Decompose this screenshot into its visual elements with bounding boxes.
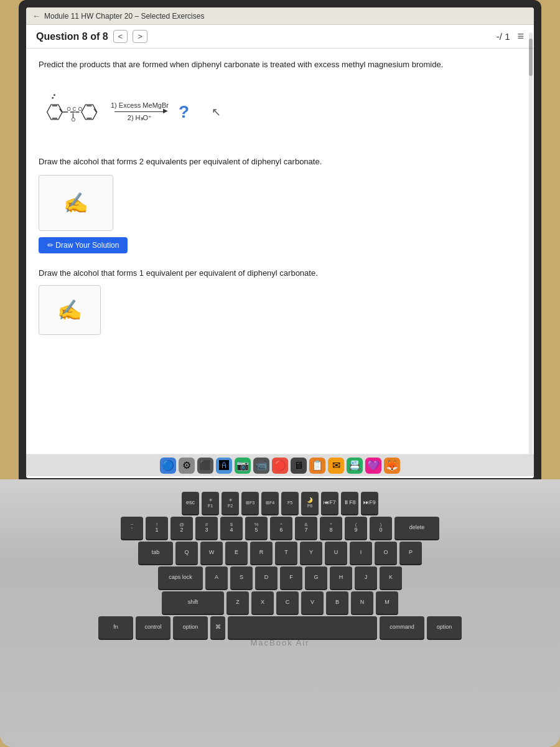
dock-icon-mail[interactable]: ✉: [328, 458, 344, 474]
key-capslock[interactable]: caps lock: [158, 566, 203, 589]
key-h[interactable]: H: [330, 566, 352, 589]
key-spacebar[interactable]: [228, 616, 377, 639]
menu-icon[interactable]: ≡: [517, 30, 524, 43]
key-p[interactable]: P: [399, 542, 422, 564]
key-1[interactable]: !1: [146, 517, 168, 539]
key-tilde[interactable]: ~`: [121, 517, 143, 539]
key-t[interactable]: T: [275, 542, 297, 564]
score-area: -/ 1 ≡: [497, 30, 524, 43]
key-k[interactable]: K: [380, 566, 402, 589]
key-n[interactable]: N: [351, 591, 373, 614]
dock-icon-apps[interactable]: ⬛: [197, 458, 213, 474]
key-z[interactable]: Z: [226, 591, 249, 614]
zxcv-row: shift Z X C V B N M: [37, 591, 523, 614]
svg-marker-12: [82, 105, 97, 120]
fn-row: esc ☀F1 ☀F2 ⊞F3 ⊞F4 F5 🌛F6 ⏮F7 ⏸F8 ⏭F9: [37, 492, 523, 514]
dock-icon-notes[interactable]: 📋: [309, 458, 325, 474]
key-x[interactable]: X: [251, 591, 274, 614]
scrollbar[interactable]: [529, 32, 533, 456]
dock-icon-monitor[interactable]: 🖥: [291, 458, 307, 474]
svg-point-16: [52, 96, 54, 98]
key-v[interactable]: V: [301, 591, 324, 614]
key-f6[interactable]: 🌛F6: [301, 492, 319, 514]
key-e[interactable]: E: [225, 542, 248, 564]
number-row: ~` !1 @2 #3 $4 %5 ^6 &7 *8 (9 )0 delete: [37, 517, 523, 539]
dock-icon-record[interactable]: 🔴: [272, 458, 288, 474]
key-option-right[interactable]: option: [427, 616, 462, 639]
back-arrow-icon[interactable]: ←: [32, 11, 40, 21]
key-c[interactable]: C: [276, 591, 299, 614]
key-6[interactable]: ^6: [270, 517, 292, 539]
key-7[interactable]: &7: [295, 517, 317, 539]
key-f5[interactable]: F5: [281, 492, 299, 514]
asdf-row: caps lock A S D F G H J K: [37, 566, 523, 589]
draw-solution-button[interactable]: ✏ Draw Your Solution: [39, 237, 128, 253]
key-delete[interactable]: delete: [394, 517, 439, 539]
key-f8[interactable]: ⏸F8: [341, 492, 358, 514]
key-fn[interactable]: fn: [98, 616, 133, 639]
key-w[interactable]: W: [200, 542, 223, 564]
key-f[interactable]: F: [280, 566, 302, 589]
key-9[interactable]: (9: [345, 517, 367, 539]
key-m[interactable]: M: [376, 591, 398, 614]
cursor-icon: ↖: [212, 105, 221, 119]
key-shift-left[interactable]: shift: [162, 591, 224, 614]
reaction-area: O C O O: [39, 81, 521, 143]
next-button[interactable]: >: [133, 30, 147, 43]
key-i[interactable]: I: [350, 542, 372, 564]
key-g[interactable]: G: [305, 566, 327, 589]
draw-area-2[interactable]: ✍: [39, 285, 101, 335]
key-y[interactable]: Y: [300, 542, 322, 564]
sub-question-1-text: Draw the alcohol that forms 2 equivalent…: [39, 156, 521, 168]
reaction-condition-1: 1) Excess MeMgBr: [111, 101, 169, 110]
dock-icon-finder[interactable]: 🔵: [160, 458, 176, 474]
svg-marker-0: [47, 105, 63, 120]
page-title: Module 11 HW Chapter 20 – Selected Exerc…: [44, 12, 204, 21]
key-f3[interactable]: ⊞F3: [241, 492, 259, 514]
dock-icon-launchpad[interactable]: ⚙: [179, 458, 195, 474]
key-j[interactable]: J: [355, 566, 377, 589]
dock-icon-contacts[interactable]: 📇: [347, 458, 363, 474]
key-0[interactable]: )0: [370, 517, 392, 539]
scrollbar-thumb[interactable]: [529, 39, 533, 76]
main-content: Predict the products that are formed whe…: [26, 49, 534, 478]
key-command-symbol[interactable]: ⌘: [210, 616, 225, 639]
key-q[interactable]: Q: [175, 542, 198, 564]
dock-icon-facetime[interactable]: 📷: [235, 458, 251, 474]
key-f1[interactable]: ☀F1: [202, 492, 219, 514]
laptop-bezel: ← Module 11 HW Chapter 20 – Selected Exe…: [19, 0, 541, 486]
key-command-right[interactable]: command: [380, 616, 424, 639]
key-b[interactable]: B: [326, 591, 348, 614]
key-f9[interactable]: ⏭F9: [361, 492, 378, 514]
question-label: Question 8 of 8: [36, 31, 108, 42]
key-3[interactable]: #3: [195, 517, 218, 539]
key-d[interactable]: D: [255, 566, 278, 589]
key-u[interactable]: U: [325, 542, 347, 564]
dock-icon-camera[interactable]: 📹: [253, 458, 269, 474]
dock-icon-safari[interactable]: 🦊: [384, 458, 400, 474]
key-esc[interactable]: esc: [182, 492, 199, 514]
key-r[interactable]: R: [250, 542, 273, 564]
dock-icon-a[interactable]: 🅰: [216, 458, 232, 474]
key-a[interactable]: A: [205, 566, 228, 589]
key-8[interactable]: *8: [320, 517, 342, 539]
key-4[interactable]: $4: [220, 517, 243, 539]
key-o[interactable]: O: [375, 542, 397, 564]
key-2[interactable]: @2: [170, 517, 193, 539]
dock-icon-misc[interactable]: 💜: [365, 458, 381, 474]
key-s[interactable]: S: [230, 566, 253, 589]
key-tab[interactable]: tab: [138, 542, 173, 564]
key-option[interactable]: option: [173, 616, 208, 639]
keyboard: esc ☀F1 ☀F2 ⊞F3 ⊞F4 F5 🌛F6 ⏮F7 ⏸F8 ⏭F9 ~…: [37, 492, 523, 641]
macbook-label: MacBook Air: [251, 638, 310, 647]
key-control[interactable]: control: [136, 616, 170, 639]
bottom-row: fn control option ⌘ command option: [37, 616, 523, 639]
svg-point-17: [54, 94, 55, 96]
key-f4[interactable]: ⊞F4: [261, 492, 279, 514]
key-f7[interactable]: ⏮F7: [321, 492, 338, 514]
draw-area-1[interactable]: ✍: [39, 175, 113, 231]
key-f2[interactable]: ☀F2: [222, 492, 239, 514]
key-5[interactable]: %5: [245, 517, 268, 539]
prev-button[interactable]: <: [113, 30, 128, 43]
score-display: -/ 1: [497, 31, 510, 42]
